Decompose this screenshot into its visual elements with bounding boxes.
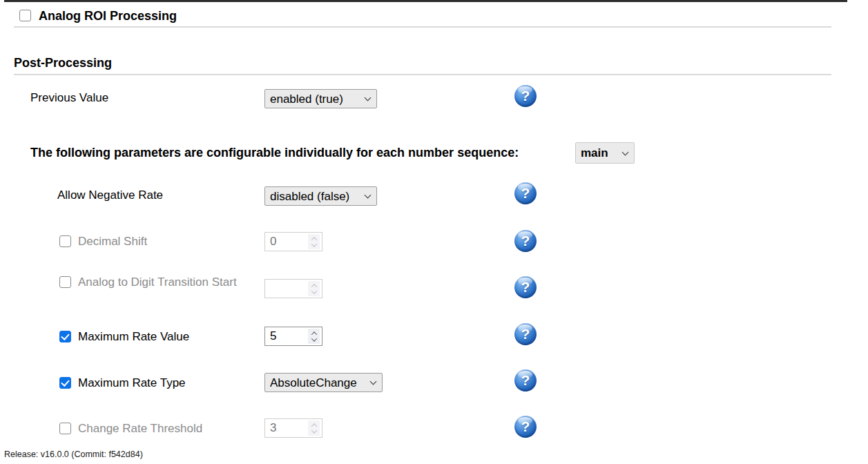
spinner-down-icon xyxy=(311,427,316,433)
analog-to-digit-transition-start-row: Analog to Digit Transition Start xyxy=(39,274,247,291)
question-mark-icon: ? xyxy=(521,185,530,202)
decimal-shift-checkbox[interactable] xyxy=(59,235,71,247)
spinner-buttons[interactable] xyxy=(308,329,320,344)
top-divider xyxy=(4,0,847,2)
maximum-rate-value-label: Maximum Rate Value xyxy=(78,330,189,343)
allow-negative-rate-select[interactable]: disabled (false) xyxy=(264,186,377,206)
maximum-rate-value-row: Maximum Rate Value xyxy=(39,329,247,345)
previous-value-label: Previous Value xyxy=(30,90,108,106)
question-mark-icon: ? xyxy=(521,233,530,249)
change-rate-threshold-label: Change Rate Threshold xyxy=(78,422,202,435)
decimal-shift-help-button[interactable]: ? xyxy=(514,230,537,252)
spinner-down-icon xyxy=(311,241,316,246)
spinner-buttons[interactable] xyxy=(308,420,320,436)
analog-to-digit-transition-start-input-wrap xyxy=(264,279,322,298)
analog-to-digit-transition-start-label: Analog to Digit Transition Start xyxy=(78,276,237,289)
maximum-rate-type-help-button[interactable]: ? xyxy=(514,369,537,392)
maximum-rate-type-select-wrap: AbsoluteChange xyxy=(264,373,383,392)
change-rate-threshold-input-wrap xyxy=(264,418,322,438)
previous-value-select[interactable]: enabled (true) xyxy=(264,89,377,108)
divider xyxy=(14,74,831,75)
allow-negative-rate-help-button[interactable]: ? xyxy=(514,182,537,204)
spinner-down-icon xyxy=(311,288,316,293)
question-mark-icon: ? xyxy=(521,372,530,389)
maximum-rate-value-input[interactable] xyxy=(265,329,301,343)
allow-negative-rate-label: Allow Negative Rate xyxy=(57,188,163,203)
analog-to-digit-transition-start-checkbox[interactable] xyxy=(59,276,71,288)
change-rate-threshold-help-button[interactable]: ? xyxy=(514,416,537,438)
maximum-rate-type-select[interactable]: AbsoluteChange xyxy=(264,373,383,392)
section-title-analog-roi: Analog ROI Processing xyxy=(39,8,177,24)
decimal-shift-label: Decimal Shift xyxy=(78,235,147,248)
maximum-rate-type-checkbox[interactable] xyxy=(59,377,71,389)
maximum-rate-value-input-wrap xyxy=(264,327,322,346)
analog-to-digit-transition-start-input[interactable] xyxy=(265,282,301,296)
change-rate-threshold-input[interactable] xyxy=(265,421,301,435)
spinner-buttons[interactable] xyxy=(308,234,320,249)
maximum-rate-type-label: Maximum Rate Type xyxy=(78,376,186,389)
decimal-shift-input[interactable] xyxy=(265,235,301,249)
sequence-select-wrap: main xyxy=(575,142,635,164)
previous-value-select-wrap: enabled (true) xyxy=(264,89,377,108)
question-mark-icon: ? xyxy=(521,279,530,296)
section-title-post-processing: Post-Processing xyxy=(14,55,112,71)
allow-negative-rate-select-wrap: disabled (false) xyxy=(264,186,377,206)
analog-roi-processing-checkbox[interactable] xyxy=(19,10,31,21)
sequence-select[interactable]: main xyxy=(575,142,635,164)
maximum-rate-value-help-button[interactable]: ? xyxy=(514,323,537,345)
question-mark-icon: ? xyxy=(521,326,530,342)
question-mark-icon: ? xyxy=(521,88,530,104)
change-rate-threshold-checkbox[interactable] xyxy=(59,423,71,434)
divider xyxy=(14,26,831,28)
sequence-note: The following parameters are configurabl… xyxy=(30,144,519,161)
change-rate-threshold-row: Change Rate Threshold xyxy=(39,420,247,437)
spinner-buttons[interactable] xyxy=(308,281,320,296)
spinner-down-icon xyxy=(311,336,316,341)
maximum-rate-type-row: Maximum Rate Type xyxy=(39,375,247,392)
release-info: Release: v16.0.0 (Commit: f542d84) xyxy=(4,450,143,459)
maximum-rate-value-checkbox[interactable] xyxy=(59,331,71,342)
decimal-shift-row: Decimal Shift xyxy=(39,233,247,250)
settings-page: Analog ROI Processing Post-Processing Pr… xyxy=(0,0,868,464)
analog-to-digit-transition-start-help-button[interactable]: ? xyxy=(514,276,537,298)
question-mark-icon: ? xyxy=(521,418,530,435)
previous-value-help-button[interactable]: ? xyxy=(514,85,537,107)
decimal-shift-input-wrap xyxy=(264,232,322,251)
